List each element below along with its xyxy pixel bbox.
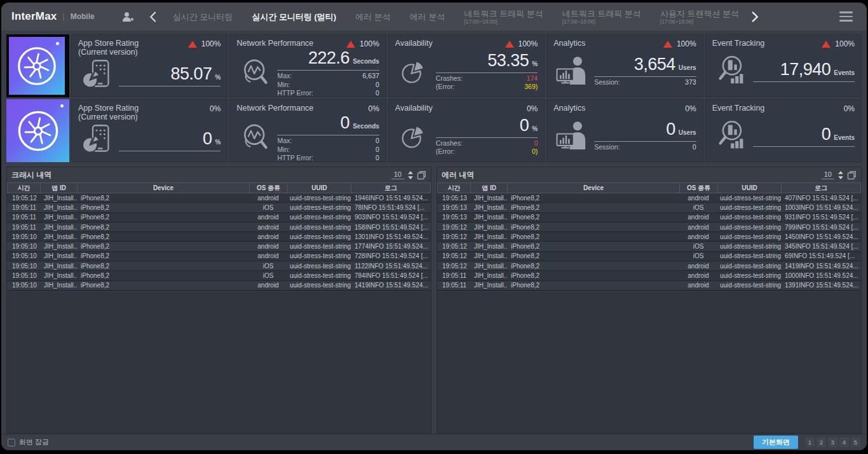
col-header-uuid[interactable]: UUID [287,182,351,193]
card-event-tracking-2[interactable]: Event Tracking 0% [705,99,862,162]
cell-uuid: uuid-stress-test-string-... [287,271,351,280]
tab-network-traffic-2[interactable]: 네트워크 트래픽 분석 [17:06~18:06] [562,9,641,25]
tab-error-analysis-2[interactable]: 에러 분석 [410,12,445,22]
table-row[interactable]: 19:05:12 JIH_Install... iPhone8,2 androi… [437,223,861,232]
cell-os: iOS [249,271,287,280]
card-event-tracking-1[interactable]: Event Tracking 100% [705,34,862,97]
page-size-value[interactable]: 10 [391,170,404,179]
col-header-log[interactable]: 로그 [351,182,431,193]
nav-next-icon[interactable] [752,11,759,22]
card-title: App Store Rating [78,39,139,48]
page-button-5[interactable]: 5 [851,437,860,447]
table-row[interactable]: 19:05:12 JIH_Install... iPhone8,2 androi… [437,261,861,271]
crash-history-panel: 크래시 내역 10 시간 앱 ID Device O [6,167,431,434]
col-header-device[interactable]: Device [77,182,249,193]
page-button-4[interactable]: 4 [839,437,849,447]
cell-os: iOS [249,261,287,270]
col-header-time[interactable]: 시간 [437,182,470,193]
table-row[interactable]: 19:05:10 JIH_Install... iPhone8,2 iOS uu… [7,271,431,280]
table-row[interactable]: 19:05:12 JIH_Install... iPhone8,2 iOS uu… [437,252,861,261]
table-row[interactable]: 19:05:10 JIH_Install... iPhone8,2 androi… [7,281,431,291]
tab-realtime-monitoring-multi[interactable]: 실시간 모니터링 (멀티) [252,12,336,22]
cell-log: 1774INFO 15:51:49.524... [351,242,431,251]
table-row[interactable]: 19:05:12 JIH_Install... iPhone8,2 androi… [7,193,431,203]
page-size-stepper-icon[interactable] [837,170,844,180]
cell-time: 19:05:12 [7,193,40,202]
cell-app-id: JIH_Install... [470,242,507,251]
cell-uuid: uuid-stress-test-string-... [287,223,351,231]
screen-lock-checkbox[interactable] [8,439,15,446]
cell-uuid: uuid-stress-test-string-... [717,193,781,202]
cell-log: 931INFO 15:51:49.524 [... [781,213,861,222]
popout-icon[interactable] [417,170,426,180]
col-header-log[interactable]: 로그 [781,182,861,193]
cell-os: android [679,232,717,241]
table-row[interactable]: 19:05:10 JIH_Install... iPhone8,2 androi… [7,232,431,242]
card-title: Event Tracking [712,39,765,48]
cell-uuid: uuid-stress-test-string-... [717,281,781,290]
cell-uuid: uuid-stress-test-string-... [287,193,351,202]
col-header-time[interactable]: 시간 [7,182,40,193]
col-header-device[interactable]: Device [507,182,679,193]
page-size-value[interactable]: 10 [822,170,834,179]
table-row[interactable]: 19:05:11 JIH_Install... iPhone8,2 androi… [437,281,861,291]
table-row[interactable]: 19:05:12 JIH_Install... iPhone8,2 iOS uu… [437,242,861,251]
nav-prev-icon[interactable] [149,11,156,22]
table-row[interactable]: 19:05:11 JIH_Install... iPhone8,2 androi… [437,271,861,280]
card-availability-2[interactable]: Availability 0% 0 [388,99,545,162]
col-header-app-id[interactable]: 앱 ID [40,182,77,193]
tab-error-analysis-1[interactable]: 에러 분석 [355,12,391,22]
card-app-store-rating-2[interactable]: App Store Rating (Current version) 0% [71,99,227,162]
col-header-os[interactable]: OS 종류 [679,182,717,193]
app-icon-tile-1[interactable] [6,34,69,97]
magnifier-wave-icon [236,120,275,156]
card-network-performance-2[interactable]: Network Performance 0% [229,99,386,162]
card-network-performance-1[interactable]: Network Performance 100% [229,34,386,97]
menu-icon[interactable] [838,9,854,24]
app-icon-tile-2[interactable] [6,99,69,162]
user-add-icon[interactable] [121,11,134,23]
badge-percent: 0% [685,104,696,113]
cell-time: 19:05:11 [7,203,40,212]
card-analytics-2[interactable]: Analytics 0% [546,99,703,162]
page-button-3[interactable]: 3 [828,437,837,447]
table-row[interactable]: 19:05:10 JIH_Install... iPhone8,2 androi… [7,252,431,261]
table-row[interactable]: 19:05:13 JIH_Install... iPhone8,2 androi… [437,193,861,203]
error-history-panel: 에러 내역 10 시간 앱 ID Device OS [437,167,862,434]
nav-tabs: 실시간 모니터링 실시간 모니터링 (멀티) 에러 분석 에러 분석 네트워크 … [173,9,739,25]
page-size-stepper-icon[interactable] [407,170,414,180]
table-row[interactable]: 19:05:11 JIH_Install... iPhone8,2 iOS uu… [7,203,431,212]
table-row[interactable]: 19:05:13 JIH_Install... iPhone8,2 iOS uu… [437,203,861,212]
cell-log: 1391INFO 15:51:49.524... [781,281,861,290]
card-analytics-1[interactable]: Analytics 100% [546,34,703,97]
cell-os: iOS [679,252,717,261]
default-screen-button[interactable]: 기본화면 [754,436,798,449]
panel-title: 크래시 내역 [11,170,51,181]
page-button-2[interactable]: 2 [817,437,826,447]
user-monitor-icon [553,53,592,90]
col-header-uuid[interactable]: UUID [717,182,781,193]
table-row[interactable]: 19:05:11 JIH_Install... iPhone8,2 androi… [7,223,431,232]
badge-percent: 100% [519,39,538,48]
table-row[interactable]: 19:05:10 JIH_Install... iPhone8,2 androi… [7,242,431,251]
cell-app-id: JIH_Install... [470,261,507,270]
card-availability-1[interactable]: Availability 100% 5 [388,34,545,97]
col-header-app-id[interactable]: 앱 ID [470,182,507,193]
tab-network-traffic-1[interactable]: 네트워크 트래픽 분석 [17:00~18:00] [464,9,543,25]
magnifier-bars-icon [712,53,750,90]
table-row[interactable]: 19:05:10 JIH_Install... iPhone8,2 iOS uu… [7,261,431,271]
cell-os: android [679,271,717,280]
page-button-1[interactable]: 1 [805,437,815,447]
panel-title: 에러 내역 [442,170,474,181]
table-row[interactable]: 19:05:12 JIH_Install... iPhone8,2 androi… [437,232,861,242]
popout-icon[interactable] [847,170,857,180]
alert-triangle-icon [822,41,831,48]
table-row[interactable]: 19:05:13 JIH_Install... iPhone8,2 androi… [437,213,861,223]
table-row[interactable]: 19:05:11 JIH_Install... iPhone8,2 androi… [7,213,431,223]
tab-user-transaction[interactable]: 사용자 트랜잭션 분석 [17:06~18:06] [660,9,739,25]
card-app-store-rating-1[interactable]: App Store Rating (Current version) 100% [71,34,227,97]
tab-realtime-monitoring[interactable]: 실시간 모니터링 [173,12,233,22]
metric-value: 0 [341,113,350,133]
cell-log: 784INFO 15:51:49.524 [... [351,271,431,280]
col-header-os[interactable]: OS 종류 [249,182,287,193]
